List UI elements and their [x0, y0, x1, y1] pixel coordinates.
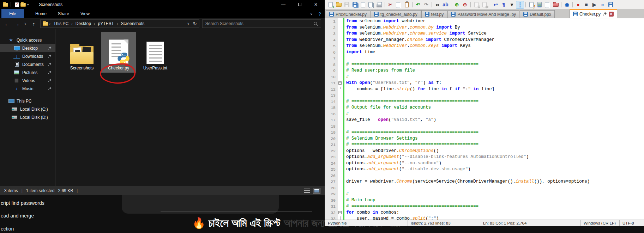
word-wrap-icon[interactable]: ↩	[492, 1, 499, 8]
line-number: 16	[325, 111, 338, 117]
macro-run-multiple-icon[interactable]: »	[599, 1, 606, 8]
tab-proxtchecker.py[interactable]: ProxtChecker.py	[326, 10, 370, 18]
new-file-icon[interactable]: +	[327, 1, 334, 8]
sync-scroll-vertical-icon[interactable]: ⇅	[473, 1, 480, 8]
code-text: with open("UserPass.txt", "r") as f:	[344, 80, 441, 86]
replace-icon[interactable]: ab	[442, 1, 449, 8]
save-icon[interactable]	[343, 1, 350, 8]
address-box[interactable]: › This PC › Desktop › pYTEST › Screensho…	[40, 19, 199, 28]
fold-margin	[338, 31, 343, 37]
large-icons-view-button[interactable]	[313, 188, 320, 194]
encoding-label[interactable]: UTF-8	[619, 220, 644, 226]
sidebar-item-downloads[interactable]: ↓ Downloads	[0, 52, 55, 60]
zoom-out-icon[interactable]: ⊖	[461, 1, 469, 8]
monitoring-icon[interactable]: ◉	[563, 1, 571, 8]
sidebar-item-desktop[interactable]: Desktop	[0, 44, 55, 52]
minimize-button[interactable]: —	[279, 2, 287, 7]
breadcrumb-pytest[interactable]: pYTEST	[97, 21, 115, 26]
forward-button[interactable]: →	[13, 21, 20, 27]
saved-floppy-icon	[374, 12, 379, 17]
show-all-characters-icon[interactable]: ¶	[500, 1, 507, 8]
menu-home[interactable]: Home	[35, 11, 47, 16]
up-button[interactable]: ↑	[30, 21, 37, 27]
undo-icon[interactable]: ↶	[414, 1, 422, 8]
expand-ribbon-icon[interactable]: ∨	[310, 12, 313, 16]
macro-record-icon[interactable]: ●	[574, 1, 582, 8]
close-tab-icon[interactable]: ✕	[609, 12, 614, 17]
menu-file[interactable]: File	[1, 9, 24, 18]
quick-access-chevron-icon[interactable]: ▾	[27, 3, 29, 6]
sidebar-item-music[interactable]: ♪ Music	[0, 85, 55, 93]
eol-format-label[interactable]: Windows (CR LF)	[580, 220, 619, 226]
find-icon[interactable]: ∞	[434, 1, 441, 8]
pin-tab-icon[interactable]	[602, 12, 607, 16]
tab-tg_checker_auto.py[interactable]: tg_checker_auto.py	[371, 10, 421, 18]
saved-floppy-icon	[573, 12, 578, 16]
fold-margin	[338, 191, 343, 197]
search-box[interactable]	[202, 19, 321, 28]
indent-guide-icon[interactable]: ┆	[516, 1, 524, 8]
toolbar-separator	[561, 2, 561, 7]
toolbar-dropdown-icon[interactable]: ▾	[508, 1, 516, 8]
file-item-checker-py[interactable]: Checker.py	[101, 32, 136, 73]
tab-default.ppx[interactable]: Default.ppx	[520, 10, 555, 18]
copy-icon[interactable]	[395, 1, 402, 8]
address-dropdown-icon[interactable]: ∨	[187, 22, 189, 25]
code-line: 10# ====================================…	[325, 74, 644, 80]
back-button[interactable]: ←	[4, 21, 11, 27]
close-all-icon[interactable]: −	[367, 1, 375, 8]
code-line: 25options.add_argument("--disable-dev-sh…	[325, 166, 644, 173]
close-button[interactable]: ✕	[312, 2, 320, 7]
open-file-icon[interactable]	[335, 1, 342, 8]
recent-locations-icon[interactable]: ∨	[23, 22, 28, 25]
breadcrumb-screenshots[interactable]: Screenshots	[120, 21, 146, 26]
redo-icon[interactable]: ↷	[422, 1, 430, 8]
file-item-userpass-txt[interactable]: UserPass.txt	[138, 32, 173, 70]
quick-access-star-icon: ★	[8, 37, 14, 43]
breadcrumb-this-pc[interactable]: This PC	[52, 21, 70, 26]
paste-icon[interactable]	[403, 1, 410, 8]
search-icon[interactable]	[313, 22, 318, 26]
maximize-button[interactable]	[296, 2, 303, 7]
macro-save-icon[interactable]	[607, 1, 614, 8]
macro-stop-icon[interactable]: ■	[583, 1, 590, 8]
breadcrumb-desktop[interactable]: Desktop	[74, 21, 92, 26]
sync-scroll-horizontal-icon[interactable]: ⇄	[481, 1, 488, 8]
sidebar-item-this-pc[interactable]: This PC	[0, 97, 55, 105]
tab-checker.py[interactable]: Checker.py✕	[570, 9, 617, 18]
print-icon[interactable]	[375, 1, 383, 8]
sidebar-item-quick-access[interactable]: ★ Quick access	[0, 36, 55, 44]
document-map-icon[interactable]	[536, 1, 543, 8]
fold-margin[interactable]: −	[338, 80, 343, 86]
code-editor[interactable]: 1from selenium import webdriver2from sel…	[325, 18, 644, 220]
tab-password-move-and-marge-.py[interactable]: Password Move And Marge .py	[447, 10, 519, 18]
code-text	[344, 92, 346, 99]
help-icon[interactable]: ?	[318, 11, 321, 17]
macro-play-icon[interactable]: ▶	[591, 1, 598, 8]
zoom-in-icon[interactable]: ⊕	[453, 1, 461, 8]
tab-test.py[interactable]: test.py	[421, 10, 447, 18]
save-all-icon[interactable]	[351, 1, 359, 8]
menu-share[interactable]: Share	[58, 11, 69, 16]
file-item-screenshots[interactable]: Screenshots	[64, 32, 100, 70]
cut-icon[interactable]: ✂	[387, 1, 394, 8]
document-list-icon[interactable]	[544, 1, 551, 8]
fold-collapse-icon[interactable]: −	[338, 81, 342, 85]
folder-as-workspace-icon[interactable]	[552, 1, 559, 8]
function-list-icon[interactable]: ƒ	[528, 1, 535, 8]
close-icon[interactable]: −	[359, 1, 367, 8]
sidebar-item-videos[interactable]: Videos	[0, 76, 55, 85]
sidebar-item-pictures[interactable]: Pictures	[0, 68, 55, 76]
quick-access-newfolder-icon[interactable]	[20, 3, 26, 7]
sidebar-item-local-disk-c[interactable]: Local Disk (C:)	[0, 105, 55, 113]
details-view-button[interactable]	[304, 189, 310, 193]
fold-margin[interactable]: −	[338, 210, 343, 216]
sidebar-item-local-disk-d[interactable]: Local Disk (D:)	[0, 113, 55, 121]
refresh-icon[interactable]: ↻	[193, 21, 197, 26]
search-input[interactable]	[205, 21, 313, 26]
fold-collapse-icon[interactable]: −	[338, 211, 342, 214]
quick-access-properties-icon[interactable]: ✓	[15, 2, 19, 7]
sidebar-item-documents[interactable]: Documents	[0, 60, 55, 68]
code-line: 30# Main Loop	[325, 197, 644, 204]
menu-view[interactable]: View	[80, 11, 90, 16]
